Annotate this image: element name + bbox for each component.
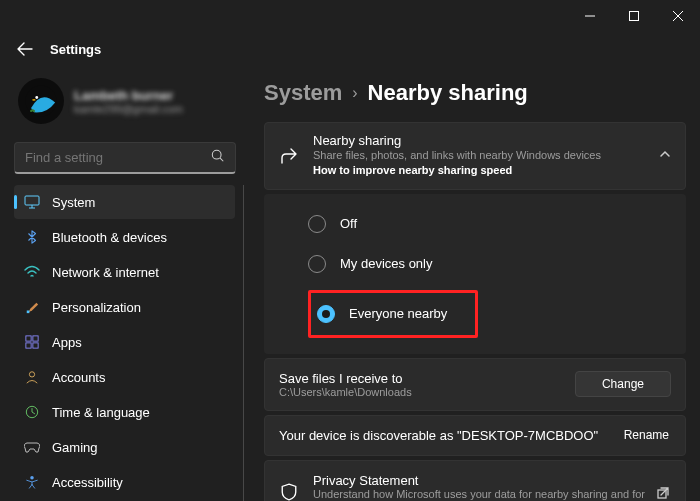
svg-rect-13 [33, 336, 38, 341]
discoverable-text: Your device is discoverable as "DESKTOP-… [279, 428, 624, 443]
rename-link[interactable]: Rename [624, 428, 671, 442]
breadcrumb-parent[interactable]: System [264, 80, 342, 106]
main-pane: System › Nearby sharing Nearby sharing S… [244, 66, 700, 501]
profile-block[interactable]: Lambeth burner kamle299@gmail.com [14, 70, 244, 138]
sidebar: Lambeth burner kamle299@gmail.com System… [0, 66, 244, 501]
card-title: Nearby sharing [313, 133, 645, 148]
title-bar [0, 0, 700, 32]
nearby-sharing-options: Off My devices only Everyone nearby [264, 194, 686, 354]
sidebar-item-personalization[interactable]: Personalization [14, 290, 235, 324]
sidebar-item-label: Personalization [52, 300, 141, 315]
svg-point-6 [212, 150, 221, 159]
nav-list: System Bluetooth & devices Network & int… [14, 184, 244, 501]
close-button[interactable] [656, 1, 700, 31]
search-input[interactable] [25, 150, 211, 165]
svg-point-18 [30, 476, 34, 480]
svg-rect-1 [630, 12, 639, 21]
sidebar-item-label: System [52, 195, 95, 210]
change-button[interactable]: Change [575, 371, 671, 397]
discoverable-card: Your device is discoverable as "DESKTOP-… [264, 415, 686, 456]
sidebar-item-label: Gaming [52, 440, 98, 455]
svg-rect-11 [27, 311, 30, 314]
accessibility-icon [24, 474, 40, 490]
search-box[interactable] [14, 142, 236, 174]
radio-label: My devices only [340, 256, 432, 271]
search-icon [211, 149, 225, 166]
privacy-title: Privacy Statement [313, 473, 657, 488]
system-icon [24, 194, 40, 210]
svg-rect-12 [26, 336, 31, 341]
sidebar-item-label: Accessibility [52, 475, 123, 490]
radio-my-devices[interactable]: My devices only [308, 244, 686, 284]
sidebar-item-bluetooth[interactable]: Bluetooth & devices [14, 220, 235, 254]
maximize-button[interactable] [612, 1, 656, 31]
chevron-right-icon: › [352, 84, 357, 102]
sidebar-item-label: Accounts [52, 370, 105, 385]
radio-label: Everyone nearby [349, 306, 447, 321]
highlight-annotation: Everyone nearby [308, 290, 478, 338]
save-location-card: Save files I receive to C:\Users\kamle\D… [264, 358, 686, 411]
radio-icon [308, 215, 326, 233]
app-title: Settings [50, 42, 101, 57]
sidebar-item-accounts[interactable]: Accounts [14, 360, 235, 394]
shield-icon [279, 483, 299, 501]
svg-rect-14 [26, 343, 31, 348]
svg-point-5 [35, 96, 38, 99]
radio-icon [308, 255, 326, 273]
person-icon [24, 369, 40, 385]
chevron-up-icon [659, 148, 671, 163]
breadcrumb: System › Nearby sharing [264, 80, 686, 106]
profile-email: kamle299@gmail.com [74, 103, 183, 115]
sidebar-item-system[interactable]: System [14, 185, 235, 219]
sidebar-item-label: Time & language [52, 405, 150, 420]
save-title: Save files I receive to [279, 371, 575, 386]
breadcrumb-current: Nearby sharing [368, 80, 528, 106]
brush-icon [24, 299, 40, 315]
sidebar-item-accessibility[interactable]: Accessibility [14, 465, 235, 499]
sidebar-item-label: Network & internet [52, 265, 159, 280]
sidebar-item-label: Apps [52, 335, 82, 350]
profile-name: Lambeth burner [74, 88, 183, 103]
privacy-subtitle: Understand how Microsoft uses your data … [313, 488, 657, 501]
radio-icon [317, 305, 335, 323]
nearby-sharing-card[interactable]: Nearby sharing Share files, photos, and … [264, 122, 686, 190]
minimize-button[interactable] [568, 1, 612, 31]
card-help-link[interactable]: How to improve nearby sharing speed [313, 163, 645, 178]
back-arrow-icon[interactable] [16, 40, 34, 58]
sidebar-item-label: Bluetooth & devices [52, 230, 167, 245]
svg-rect-8 [25, 196, 39, 205]
avatar [18, 78, 64, 124]
bluetooth-icon [24, 229, 40, 245]
open-external-icon [657, 485, 671, 499]
svg-line-7 [220, 158, 223, 161]
sidebar-item-time[interactable]: Time & language [14, 395, 235, 429]
clock-icon [24, 404, 40, 420]
share-icon [279, 146, 299, 166]
sidebar-item-gaming[interactable]: Gaming [14, 430, 235, 464]
game-icon [24, 439, 40, 455]
privacy-card[interactable]: Privacy Statement Understand how Microso… [264, 460, 686, 501]
radio-everyone[interactable]: Everyone nearby [317, 299, 447, 329]
sidebar-item-apps[interactable]: Apps [14, 325, 235, 359]
radio-label: Off [340, 216, 357, 231]
card-subtitle: Share files, photos, and links with near… [313, 148, 645, 163]
sidebar-item-network[interactable]: Network & internet [14, 255, 235, 289]
svg-point-16 [29, 372, 34, 377]
apps-icon [24, 334, 40, 350]
header-row: Settings [0, 32, 700, 66]
svg-rect-15 [33, 343, 38, 348]
radio-off[interactable]: Off [308, 204, 686, 244]
save-path: C:\Users\kamle\Downloads [279, 386, 575, 398]
wifi-icon [24, 264, 40, 280]
